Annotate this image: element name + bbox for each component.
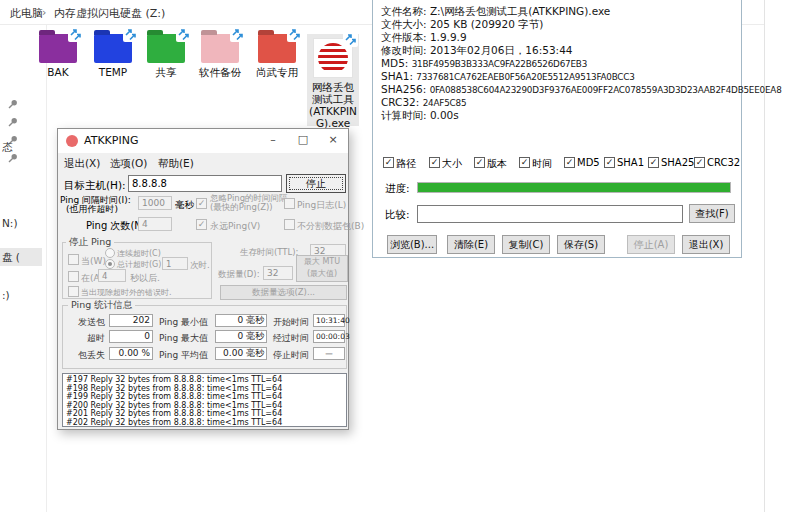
file-info-label: 文件名称: [381, 5, 430, 17]
target-host-label: 目标主机(H): [64, 179, 126, 193]
stat-value: 00:00:03 [313, 330, 345, 343]
minimize-button[interactable]: – [258, 129, 288, 153]
nav-item-clipped[interactable]: 态 [2, 141, 13, 155]
action-button-exit[interactable]: 退出(X) [682, 235, 730, 254]
ping-stats-group: 发送包202Ping 最小值0 毫秒开始时间10:31:40超时0Ping 最大… [62, 305, 347, 369]
ping-count-input[interactable]: 4 [138, 217, 172, 231]
nav-item-clipped[interactable]: 盘 ( [2, 251, 20, 265]
ping-log-output[interactable]: #197 Reply 32 bytes from 8.8.8.8: time<1… [62, 373, 347, 427]
stop-after-checkbox[interactable] [68, 271, 79, 282]
action-button-copy[interactable]: 复制(C) [502, 235, 550, 254]
explorer-item[interactable]: BAK [32, 28, 84, 86]
stat-value: 0 毫秒 [215, 330, 267, 343]
hash-option-checkbox-MD5[interactable] [564, 157, 575, 168]
stop-ping-button[interactable]: 停止 [286, 174, 346, 193]
timeout-times-suffix: 次时. [190, 260, 210, 272]
sync-overlay-icon [343, 32, 358, 47]
ping-log-label: Ping日志(L) [297, 199, 346, 212]
hash-option-label: 路径 [396, 157, 416, 171]
file-info-value: Z:\网络丢包测试工具(ATKKPING).exe [430, 5, 610, 17]
hash-option-label: CRC32 [707, 157, 740, 168]
stat-value: 202 [109, 314, 153, 327]
file-info-line: SHA1: 7337681CA762EAEB0F56A20E5512A9513F… [381, 70, 635, 82]
data-size-input[interactable]: 32 [263, 266, 293, 280]
close-icon[interactable]: × [318, 129, 348, 153]
ping-forever-checkbox[interactable] [196, 219, 207, 230]
action-button-clear[interactable]: 清除(E) [447, 235, 495, 254]
folder-icon [94, 34, 132, 63]
stat-value: 0 毫秒 [215, 314, 267, 327]
breadcrumb-current-folder[interactable]: 内存虚拟闪电硬盘 (Z:) [54, 6, 165, 21]
hash-option-checkbox-路径[interactable] [383, 157, 394, 168]
file-info-value: 205 KB (209920 字节) [430, 18, 543, 30]
max-mtu-button[interactable]: 最大 MTU (最大值) [296, 255, 348, 282]
interval-sublabel: (也用作超时) [66, 203, 118, 216]
stop-when-checkbox[interactable] [68, 254, 79, 265]
hash-option-checkbox-版本[interactable] [474, 157, 485, 168]
total-timeout-radio[interactable] [105, 259, 115, 269]
hash-option-checkbox-时间[interactable] [519, 157, 530, 168]
timeout-times-input[interactable]: 1 [162, 257, 188, 270]
stat-value: — [313, 347, 345, 360]
ignore-interval-checkbox[interactable] [196, 198, 207, 209]
file-info-value: 1.9.9.9 [430, 31, 467, 43]
no-split-checkbox[interactable] [284, 219, 295, 230]
file-info-label: MD5: [381, 57, 412, 69]
ping-log-line: #202 Reply 32 bytes from 8.8.8.8: time<1… [66, 419, 343, 427]
stop-ping-group-title: 停止 Ping [66, 236, 114, 249]
stat-label: 开始时间 [273, 316, 309, 329]
nav-item-clipped[interactable]: N:) [2, 217, 18, 229]
interval-input[interactable]: 1000 [138, 196, 172, 210]
menu-help[interactable]: 帮助(E) [158, 157, 194, 171]
explorer-item[interactable]: TEMP [87, 28, 139, 86]
menu-options[interactable]: 选项(O) [110, 157, 147, 171]
file-info-label: 文件大小: [381, 18, 430, 30]
stop-on-error-checkbox[interactable] [68, 286, 79, 297]
stop-after-suffix: 秒以后. [130, 272, 160, 285]
file-info-label: CRC32: [381, 96, 423, 108]
consecutive-timeout-radio[interactable] [105, 248, 115, 258]
explorer-item-label: 软件备份 [194, 66, 246, 78]
stat-label: 发送包 [65, 316, 105, 329]
file-info-line: 文件版本: 1.9.9.9 [381, 31, 467, 45]
breadcrumb-separator: › [42, 6, 46, 19]
explorer-item[interactable]: 软件备份 [194, 28, 246, 86]
action-button-stop[interactable]: 停止(A) [627, 235, 675, 254]
ping-stats-title: Ping 统计信息 [68, 299, 135, 312]
stat-label: 超时 [65, 332, 105, 345]
app-icon [66, 135, 78, 147]
title-bar[interactable]: ATKKPING – □ × [58, 129, 348, 153]
stat-value: 0.00 毫秒 [215, 347, 267, 360]
stat-value: 0 [109, 330, 153, 343]
sync-overlay-icon [287, 27, 302, 42]
menu-exit[interactable]: 退出(X) [64, 157, 100, 171]
stop-after-input[interactable]: 4 [98, 269, 126, 282]
hash-option-checkbox-CRC32[interactable] [694, 157, 705, 168]
target-host-input[interactable] [128, 175, 282, 192]
compare-input[interactable] [417, 205, 683, 223]
explorer-item[interactable]: 网络丢包测试工具(ATKKPING).exe [307, 34, 359, 126]
hash-option-label: MD5 [577, 157, 600, 168]
nav-item-clipped[interactable]: :) [2, 289, 10, 301]
file-info-value: 0.00s [430, 109, 459, 121]
file-info-line: MD5: 31BF4959B3B333AC9FA22B6526D67EB3 [381, 57, 587, 69]
quick-access-pin-icon [7, 113, 18, 124]
hash-option-checkbox-大小[interactable] [429, 157, 440, 168]
explorer-item-label: BAK [32, 66, 84, 78]
explorer-item[interactable]: 共享 [140, 28, 192, 86]
sync-overlay-icon [176, 27, 191, 42]
maximize-button[interactable]: □ [288, 129, 318, 153]
action-button-save[interactable]: 保存(S) [557, 235, 605, 254]
data-size-options-button[interactable]: 数据量选项(Z)... [220, 285, 347, 300]
explorer-item[interactable]: 尚武专用 [251, 28, 303, 86]
hash-tool-window: 文件名称: Z:\网络丢包测试工具(ATKKPING).exe文件大小: 205… [372, 0, 742, 258]
stat-label: Ping 最大值 [159, 332, 208, 345]
hash-option-checkbox-SHA256[interactable] [648, 157, 659, 168]
hash-option-checkbox-SHA1[interactable] [604, 157, 615, 168]
find-button[interactable]: 查找(F) [689, 204, 735, 223]
stat-label: Ping 平均值 [159, 349, 208, 362]
folder-icon [147, 34, 185, 63]
breadcrumb-this-pc[interactable]: 此电脑 [10, 6, 43, 21]
action-button-browse[interactable]: 浏览(B)... [387, 235, 437, 254]
ping-log-checkbox[interactable] [284, 198, 295, 209]
